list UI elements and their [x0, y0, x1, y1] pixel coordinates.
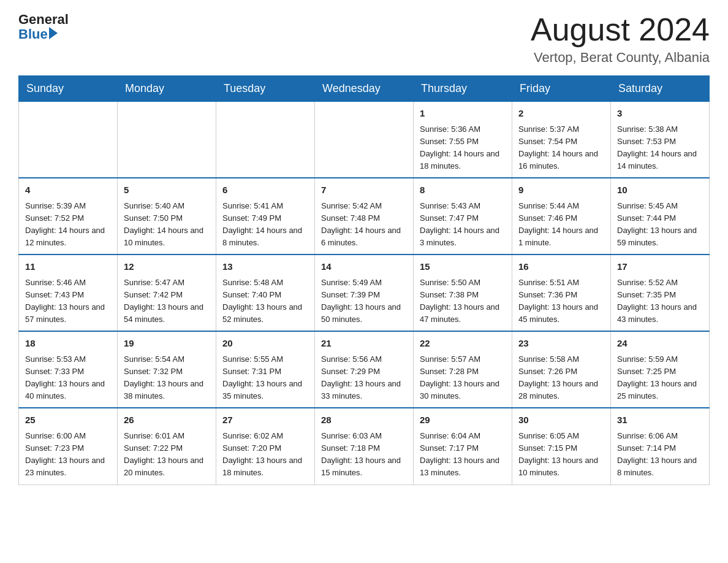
calendar-cell: 27Sunrise: 6:02 AM Sunset: 7:20 PM Dayli… [216, 408, 315, 484]
calendar-cell: 14Sunrise: 5:49 AM Sunset: 7:39 PM Dayli… [315, 255, 414, 331]
day-info: Sunrise: 5:40 AM Sunset: 7:50 PM Dayligh… [124, 200, 210, 250]
day-info: Sunrise: 5:46 AM Sunset: 7:43 PM Dayligh… [25, 277, 111, 326]
day-number: 10 [617, 183, 703, 197]
calendar-cell: 12Sunrise: 5:47 AM Sunset: 7:42 PM Dayli… [118, 255, 216, 331]
calendar-cell: 29Sunrise: 6:04 AM Sunset: 7:17 PM Dayli… [414, 408, 512, 484]
logo-general: General [18, 12, 69, 27]
day-info: Sunrise: 5:39 AM Sunset: 7:52 PM Dayligh… [25, 200, 111, 250]
day-info: Sunrise: 5:57 AM Sunset: 7:28 PM Dayligh… [420, 353, 506, 403]
day-info: Sunrise: 5:43 AM Sunset: 7:47 PM Dayligh… [420, 200, 506, 250]
calendar-cell: 4Sunrise: 5:39 AM Sunset: 7:52 PM Daylig… [19, 178, 118, 255]
day-info: Sunrise: 5:41 AM Sunset: 7:49 PM Dayligh… [222, 200, 308, 250]
day-info: Sunrise: 5:36 AM Sunset: 7:55 PM Dayligh… [420, 123, 506, 173]
calendar-cell: 23Sunrise: 5:58 AM Sunset: 7:26 PM Dayli… [512, 331, 611, 408]
calendar-cell: 1Sunrise: 5:36 AM Sunset: 7:55 PM Daylig… [414, 102, 512, 178]
day-number: 5 [124, 183, 210, 197]
calendar-cell [216, 102, 315, 178]
logo: General Blue [18, 12, 69, 42]
day-number: 23 [518, 337, 604, 351]
calendar-day-header: Friday [512, 76, 611, 102]
page-header: General Blue August 2024 Vertop, Berat C… [18, 12, 710, 66]
calendar-cell: 26Sunrise: 6:01 AM Sunset: 7:22 PM Dayli… [118, 408, 216, 484]
day-number: 22 [420, 337, 506, 351]
calendar-cell: 13Sunrise: 5:48 AM Sunset: 7:40 PM Dayli… [216, 255, 315, 331]
day-number: 31 [617, 413, 703, 427]
calendar-table: SundayMondayTuesdayWednesdayThursdayFrid… [18, 75, 710, 484]
day-info: Sunrise: 5:42 AM Sunset: 7:48 PM Dayligh… [321, 200, 407, 250]
calendar-cell: 25Sunrise: 6:00 AM Sunset: 7:23 PM Dayli… [19, 408, 118, 484]
day-number: 9 [518, 183, 604, 197]
day-number: 17 [617, 260, 703, 274]
calendar-cell: 31Sunrise: 6:06 AM Sunset: 7:14 PM Dayli… [611, 408, 710, 484]
logo-arrow-icon [49, 27, 58, 39]
day-number: 20 [222, 337, 308, 351]
month-title: August 2024 [531, 12, 710, 47]
calendar-cell: 24Sunrise: 5:59 AM Sunset: 7:25 PM Dayli… [611, 331, 710, 408]
day-number: 4 [25, 183, 111, 197]
calendar-week-row: 4Sunrise: 5:39 AM Sunset: 7:52 PM Daylig… [19, 178, 710, 255]
day-info: Sunrise: 5:38 AM Sunset: 7:53 PM Dayligh… [617, 123, 703, 173]
header-right: August 2024 Vertop, Berat County, Albani… [531, 12, 710, 66]
calendar-day-header: Monday [118, 76, 216, 102]
calendar-week-row: 25Sunrise: 6:00 AM Sunset: 7:23 PM Dayli… [19, 408, 710, 484]
day-number: 12 [124, 260, 210, 274]
calendar-day-header: Saturday [611, 76, 710, 102]
calendar-cell: 20Sunrise: 5:55 AM Sunset: 7:31 PM Dayli… [216, 331, 315, 408]
calendar-cell: 18Sunrise: 5:53 AM Sunset: 7:33 PM Dayli… [19, 331, 118, 408]
location-title: Vertop, Berat County, Albania [531, 50, 710, 66]
calendar-cell: 2Sunrise: 5:37 AM Sunset: 7:54 PM Daylig… [512, 102, 611, 178]
day-number: 24 [617, 337, 703, 351]
day-number: 1 [420, 107, 506, 121]
calendar-day-header: Thursday [414, 76, 512, 102]
day-info: Sunrise: 5:44 AM Sunset: 7:46 PM Dayligh… [518, 200, 604, 250]
day-number: 25 [25, 413, 111, 427]
day-info: Sunrise: 6:02 AM Sunset: 7:20 PM Dayligh… [222, 430, 308, 480]
calendar-cell: 30Sunrise: 6:05 AM Sunset: 7:15 PM Dayli… [512, 408, 611, 484]
calendar-cell [19, 102, 118, 178]
calendar-cell: 21Sunrise: 5:56 AM Sunset: 7:29 PM Dayli… [315, 331, 414, 408]
day-number: 8 [420, 183, 506, 197]
day-info: Sunrise: 5:51 AM Sunset: 7:36 PM Dayligh… [518, 277, 604, 326]
logo-blue: Blue [18, 27, 48, 42]
day-number: 19 [124, 337, 210, 351]
day-number: 11 [25, 260, 111, 274]
calendar-cell: 10Sunrise: 5:45 AM Sunset: 7:44 PM Dayli… [611, 178, 710, 255]
calendar-cell: 22Sunrise: 5:57 AM Sunset: 7:28 PM Dayli… [414, 331, 512, 408]
calendar-cell: 9Sunrise: 5:44 AM Sunset: 7:46 PM Daylig… [512, 178, 611, 255]
day-info: Sunrise: 6:05 AM Sunset: 7:15 PM Dayligh… [518, 430, 604, 480]
day-number: 28 [321, 413, 407, 427]
calendar-day-header: Sunday [19, 76, 118, 102]
calendar-cell [118, 102, 216, 178]
day-number: 30 [518, 413, 604, 427]
day-info: Sunrise: 6:01 AM Sunset: 7:22 PM Dayligh… [124, 430, 210, 480]
day-info: Sunrise: 5:59 AM Sunset: 7:25 PM Dayligh… [617, 353, 703, 403]
day-info: Sunrise: 5:49 AM Sunset: 7:39 PM Dayligh… [321, 277, 407, 326]
day-info: Sunrise: 6:00 AM Sunset: 7:23 PM Dayligh… [25, 430, 111, 480]
day-number: 18 [25, 337, 111, 351]
calendar-cell: 5Sunrise: 5:40 AM Sunset: 7:50 PM Daylig… [118, 178, 216, 255]
day-number: 13 [222, 260, 308, 274]
day-info: Sunrise: 5:53 AM Sunset: 7:33 PM Dayligh… [25, 353, 111, 403]
day-number: 15 [420, 260, 506, 274]
day-info: Sunrise: 6:04 AM Sunset: 7:17 PM Dayligh… [420, 430, 506, 480]
day-info: Sunrise: 5:52 AM Sunset: 7:35 PM Dayligh… [617, 277, 703, 326]
day-number: 2 [518, 107, 604, 121]
day-number: 21 [321, 337, 407, 351]
day-number: 3 [617, 107, 703, 121]
day-info: Sunrise: 5:56 AM Sunset: 7:29 PM Dayligh… [321, 353, 407, 403]
calendar-cell: 19Sunrise: 5:54 AM Sunset: 7:32 PM Dayli… [118, 331, 216, 408]
day-info: Sunrise: 5:45 AM Sunset: 7:44 PM Dayligh… [617, 200, 703, 250]
calendar-cell: 6Sunrise: 5:41 AM Sunset: 7:49 PM Daylig… [216, 178, 315, 255]
calendar-week-row: 11Sunrise: 5:46 AM Sunset: 7:43 PM Dayli… [19, 255, 710, 331]
day-info: Sunrise: 5:50 AM Sunset: 7:38 PM Dayligh… [420, 277, 506, 326]
day-info: Sunrise: 5:48 AM Sunset: 7:40 PM Dayligh… [222, 277, 308, 326]
calendar-cell: 8Sunrise: 5:43 AM Sunset: 7:47 PM Daylig… [414, 178, 512, 255]
day-number: 29 [420, 413, 506, 427]
day-info: Sunrise: 5:55 AM Sunset: 7:31 PM Dayligh… [222, 353, 308, 403]
day-info: Sunrise: 5:37 AM Sunset: 7:54 PM Dayligh… [518, 123, 604, 173]
calendar-day-header: Tuesday [216, 76, 315, 102]
day-number: 27 [222, 413, 308, 427]
calendar-cell: 15Sunrise: 5:50 AM Sunset: 7:38 PM Dayli… [414, 255, 512, 331]
calendar-header-row: SundayMondayTuesdayWednesdayThursdayFrid… [19, 76, 710, 102]
calendar-cell: 7Sunrise: 5:42 AM Sunset: 7:48 PM Daylig… [315, 178, 414, 255]
